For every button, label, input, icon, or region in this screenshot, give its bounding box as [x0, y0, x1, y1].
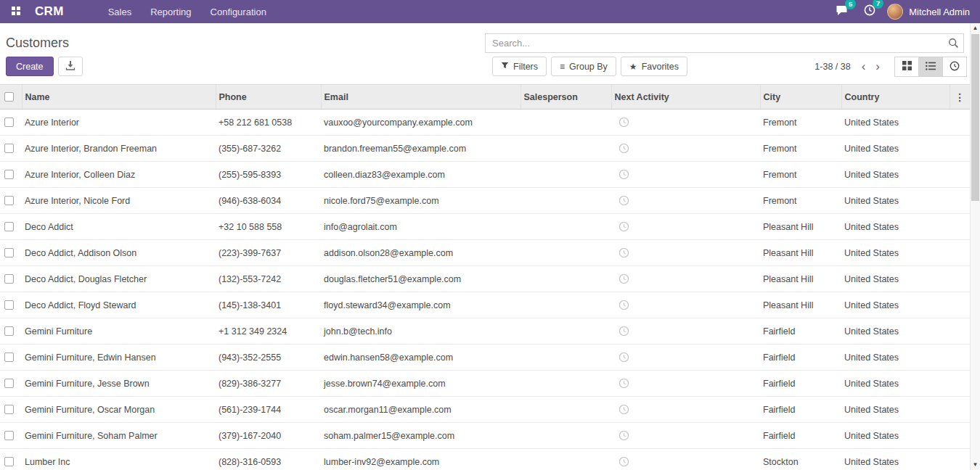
export-button[interactable] [58, 57, 83, 76]
menu-sales[interactable]: Sales [100, 1, 140, 22]
next-activity-clock-icon[interactable] [614, 352, 629, 362]
apps-grid-icon [12, 7, 20, 17]
cell-phone: (145)-138-3401 [216, 292, 321, 318]
column-header-country[interactable]: Country [841, 85, 950, 110]
table-row[interactable]: Gemini Furniture, Jesse Brown (829)-386-… [0, 371, 970, 397]
app-brand[interactable]: CRM [35, 4, 64, 19]
cell-salesperson [520, 136, 611, 162]
favorites-button[interactable]: ★ Favorites [621, 57, 687, 76]
row-checkbox[interactable] [4, 352, 14, 362]
scrollbar-down-arrow[interactable]: ▼ [971, 460, 980, 470]
row-checkbox[interactable] [4, 196, 14, 205]
table-row[interactable]: Gemini Furniture, Oscar Morgan (561)-239… [0, 397, 970, 423]
menu-reporting[interactable]: Reporting [142, 1, 199, 22]
view-kanban-button[interactable] [894, 57, 919, 77]
table-row[interactable]: Azure Interior +58 212 681 0538 vauxoo@y… [0, 110, 970, 136]
menu-configuration[interactable]: Configuration [203, 1, 274, 22]
table-row[interactable]: Gemini Furniture +1 312 349 2324 john.b@… [0, 318, 970, 345]
next-activity-clock-icon[interactable] [614, 169, 629, 179]
pager-next-button[interactable]: › [870, 57, 885, 76]
column-header-city[interactable]: City [760, 85, 841, 110]
cell-phone: (355)-687-3262 [216, 136, 321, 162]
row-checkbox[interactable] [4, 248, 14, 257]
select-all-checkbox[interactable] [4, 92, 14, 102]
table-row[interactable]: Gemini Furniture, Edwin Hansen (943)-352… [0, 345, 970, 371]
next-activity-clock-icon[interactable] [614, 117, 629, 127]
apps-menu-button[interactable] [7, 3, 25, 20]
column-header-salesperson[interactable]: Salesperson [520, 85, 611, 110]
row-checkbox[interactable] [4, 222, 14, 231]
filters-button[interactable]: Filters [492, 57, 547, 76]
next-activity-clock-icon[interactable] [614, 456, 629, 466]
row-checkbox-cell [0, 318, 22, 345]
cell-city: Fairfield [760, 345, 841, 371]
next-activity-clock-icon[interactable] [614, 430, 629, 440]
cell-salesperson [520, 110, 611, 136]
column-header-next-activity[interactable]: Next Activity [611, 85, 760, 110]
row-checkbox-cell [0, 371, 22, 397]
column-header-name[interactable]: Name [22, 85, 216, 110]
row-checkbox[interactable] [4, 300, 14, 310]
cell-phone: +1 312 349 2324 [216, 318, 321, 345]
table-row[interactable]: Deco Addict +32 10 588 558 info@agrolait… [0, 214, 970, 240]
activities-button[interactable]: 7 [859, 2, 880, 21]
group-by-button[interactable]: ≡ Group By [551, 57, 616, 76]
control-panel-right: 1-38 / 38 ‹ › [814, 57, 967, 77]
cell-country: United States [841, 214, 950, 240]
next-activity-clock-icon[interactable] [614, 300, 629, 310]
row-checkbox[interactable] [4, 326, 14, 336]
pager-value: 1-38 / 38 [814, 62, 850, 72]
table-row[interactable]: Gemini Furniture, Soham Palmer (379)-167… [0, 423, 970, 449]
view-list-button[interactable] [918, 57, 943, 77]
cell-spacer [950, 214, 970, 240]
row-checkbox-cell [0, 110, 22, 136]
row-checkbox[interactable] [4, 118, 14, 127]
cell-salesperson [520, 214, 611, 240]
view-activity-button[interactable] [942, 57, 967, 77]
row-checkbox[interactable] [4, 457, 14, 466]
filters-label: Filters [513, 62, 538, 72]
table-row[interactable]: Deco Addict, Addison Olson (223)-399-763… [0, 240, 970, 266]
activities-badge: 7 [873, 0, 883, 9]
row-checkbox[interactable] [4, 405, 14, 414]
cell-city: Pleasant Hill [760, 292, 841, 318]
table-row[interactable]: Azure Interior, Nicole Ford (946)-638-60… [0, 188, 970, 214]
next-activity-clock-icon[interactable] [614, 326, 629, 336]
pager-previous-button[interactable]: ‹ [857, 57, 871, 76]
scrollbar-thumb[interactable] [971, 34, 979, 201]
cell-name: Gemini Furniture, Soham Palmer [22, 423, 216, 449]
row-checkbox[interactable] [4, 144, 14, 153]
next-activity-clock-icon[interactable] [614, 195, 629, 205]
table-row[interactable]: Lumber Inc (828)-316-0593 lumber-inv92@e… [0, 449, 970, 470]
cell-country: United States [841, 266, 950, 292]
search-input[interactable] [485, 33, 964, 53]
user-menu[interactable]: Mitchell Admin [887, 4, 973, 20]
cell-spacer [950, 397, 970, 423]
column-header-phone[interactable]: Phone [216, 85, 321, 110]
scrollbar-up-arrow[interactable]: ▲ [971, 23, 980, 33]
row-checkbox[interactable] [4, 170, 14, 179]
cell-salesperson [520, 318, 611, 345]
table-row[interactable]: Deco Addict, Floyd Steward (145)-138-340… [0, 292, 970, 318]
row-checkbox[interactable] [4, 274, 14, 284]
create-button[interactable]: Create [6, 57, 54, 76]
row-checkbox[interactable] [4, 431, 14, 440]
table-row[interactable]: Azure Interior, Colleen Diaz (255)-595-8… [0, 162, 970, 188]
next-activity-clock-icon[interactable] [614, 143, 629, 153]
next-activity-clock-icon[interactable] [614, 273, 629, 284]
next-activity-clock-icon[interactable] [614, 221, 629, 231]
list-icon [926, 62, 936, 73]
next-activity-clock-icon[interactable] [614, 378, 629, 388]
next-activity-clock-icon[interactable] [614, 247, 629, 257]
cell-city: Pleasant Hill [760, 240, 841, 266]
messages-button[interactable]: 5 [831, 3, 852, 21]
cell-phone: (943)-352-2555 [216, 345, 321, 371]
next-activity-clock-icon[interactable] [614, 404, 629, 414]
table-row[interactable]: Azure Interior, Brandon Freeman (355)-68… [0, 136, 970, 162]
vertical-scrollbar[interactable]: ▲ ▼ [970, 23, 980, 470]
column-header-email[interactable]: Email [321, 85, 520, 110]
table-row[interactable]: Deco Addict, Douglas Fletcher (132)-553-… [0, 266, 970, 292]
search-icon[interactable] [948, 38, 959, 51]
optional-columns-toggle[interactable]: ⋮ [950, 85, 970, 110]
row-checkbox[interactable] [4, 379, 14, 388]
